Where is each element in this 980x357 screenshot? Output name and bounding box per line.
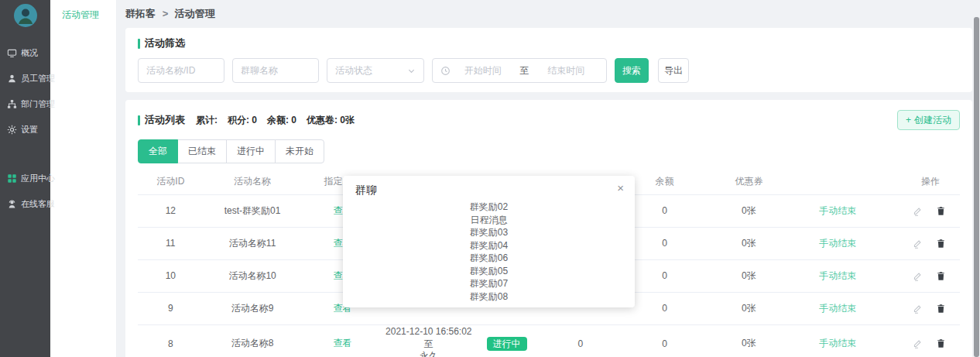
column-header: 活动名称	[204, 174, 302, 194]
table-row: 8活动名称8查看2021-12-10 16:56:02 至永久进行中000张手动…	[138, 324, 960, 357]
delete-icon[interactable]	[936, 206, 946, 216]
sidebar-item-apps[interactable]: 应用中心	[0, 166, 50, 191]
manual-end-link[interactable]: 手动结束	[819, 237, 856, 250]
cell-activity-id: 9	[138, 292, 204, 324]
cell-points-text: 0	[577, 338, 583, 349]
activity-time-line: 2021-12-10 16:56:02 至	[383, 325, 474, 350]
search-button[interactable]: 搜索	[615, 58, 649, 83]
end-time-placeholder: 结束时间	[534, 64, 599, 77]
list-section-title: 活动列表	[138, 113, 185, 127]
activity-filter-card: 活动筛选 活动状态 开始时间 至 结束时间 搜索 导出	[125, 28, 972, 92]
group-chat-modal: 群聊 × 群奖励02日程消息群奖励03群奖励04群奖励06群奖励05群奖励07群…	[343, 176, 635, 307]
cell-coupon-text: 0张	[742, 303, 756, 314]
cell-activity-id-text: 11	[166, 238, 175, 249]
dashboard-icon	[7, 48, 18, 59]
group-chat-item: 群奖励08	[355, 290, 622, 304]
sidebar-item-label: 部门管理	[21, 98, 55, 110]
date-range-picker[interactable]: 开始时间 至 结束时间	[432, 58, 607, 83]
create-activity-button[interactable]: +创建活动	[897, 110, 960, 130]
manual-end-link[interactable]: 手动结束	[819, 337, 856, 350]
cell-view-group-link-text[interactable]: 查看	[333, 338, 351, 348]
cell-activity-id: 11	[138, 227, 204, 259]
breadcrumb-parent[interactable]: 群拓客	[125, 8, 156, 19]
sidebar-item-settings[interactable]: 设置	[0, 117, 50, 142]
delete-icon[interactable]	[936, 239, 946, 249]
cell-activity-name-text: 活动名称10	[228, 270, 276, 281]
cell-operations: 手动结束	[790, 292, 960, 324]
cell-balance-text: 0	[662, 238, 667, 249]
export-button[interactable]: 导出	[658, 58, 689, 83]
group-chat-item: 群奖励07	[355, 277, 622, 290]
cell-balance-text: 0	[662, 338, 667, 349]
sidebar-item-label: 员工管理	[21, 73, 55, 84]
apps-icon	[7, 173, 18, 184]
filter-title-text: 活动筛选	[145, 36, 185, 50]
status-select-placeholder: 活动状态	[335, 64, 372, 77]
activity-time-line: 永久	[383, 350, 474, 357]
delete-icon[interactable]	[936, 271, 946, 281]
group-chat-item: 群奖励04	[355, 239, 622, 252]
tab-ended[interactable]: 已结束	[177, 139, 227, 163]
cell-coupon: 0张	[708, 259, 790, 292]
edit-icon[interactable]	[913, 304, 923, 314]
column-header: 操作	[790, 174, 960, 194]
cell-activity-name-text: 活动名称11	[229, 238, 276, 249]
group-name-input[interactable]	[232, 58, 319, 83]
cell-activity-id-text: 12	[166, 205, 176, 216]
manual-end-link[interactable]: 手动结束	[819, 302, 856, 315]
manual-end-link[interactable]: 手动结束	[819, 204, 856, 218]
sidebar-nav-group: 应用中心在线客服	[0, 166, 50, 217]
avatar-logo-icon[interactable]	[14, 4, 37, 27]
service-icon	[7, 199, 18, 210]
group-chat-item: 群奖励02	[355, 201, 622, 214]
group-chat-item: 日程消息	[355, 214, 622, 227]
close-icon[interactable]: ×	[617, 182, 624, 194]
summary-balance: 余额: 0	[267, 114, 296, 127]
clock-icon	[440, 66, 451, 76]
sidebar-item-dashboard[interactable]: 概况	[0, 40, 50, 66]
cell-operations: 手动结束	[790, 324, 960, 357]
sidebar-item-label: 设置	[21, 124, 38, 136]
totals-summary: 累计: 积分: 0 余额: 0 优惠卷: 0张	[196, 114, 365, 127]
sidebar-item-service[interactable]: 在线客服	[0, 191, 50, 217]
range-separator-label: 至	[516, 64, 534, 77]
cell-balance-text: 0	[662, 205, 667, 216]
cell-activity-id: 12	[138, 194, 204, 227]
tab-in-progress[interactable]: 进行中	[226, 139, 276, 163]
cell-coupon: 0张	[708, 194, 790, 227]
section-marker-bar	[138, 115, 140, 125]
vertical-scrollbar-thumb[interactable]	[974, 17, 979, 357]
cell-activity-id: 8	[138, 324, 204, 357]
sidebar-item-department[interactable]: 部门管理	[0, 91, 50, 117]
cell-coupon: 0张	[708, 292, 790, 324]
employee-icon	[7, 74, 18, 84]
cell-coupon-text: 0张	[742, 205, 756, 216]
edit-icon[interactable]	[913, 271, 923, 281]
sidebar-item-employee[interactable]: 员工管理	[0, 66, 50, 91]
cell-balance: 0	[622, 324, 708, 357]
manual-end-link[interactable]: 手动结束	[819, 269, 856, 283]
cell-activity-id: 10	[138, 259, 204, 292]
breadcrumb: 群拓客 > 活动管理	[116, 0, 980, 21]
cell-status: 进行中	[474, 324, 540, 357]
activity-name-input[interactable]	[138, 58, 224, 83]
cell-activity-name: test-群奖励01	[204, 194, 302, 227]
edit-icon[interactable]	[913, 239, 923, 249]
filter-section-title: 活动筛选	[138, 36, 960, 50]
delete-icon[interactable]	[936, 338, 946, 348]
column-header: 活动ID	[138, 174, 204, 194]
tab-all[interactable]: 全部	[138, 139, 178, 163]
breadcrumb-current: 活动管理	[175, 8, 215, 19]
cell-activity-name-text: 活动名称8	[231, 338, 274, 348]
cell-balance-text: 0	[662, 303, 667, 314]
cell-operations: 手动结束	[790, 259, 960, 292]
sidebar-item-label: 概况	[21, 47, 38, 59]
edit-icon[interactable]	[913, 338, 923, 348]
delete-icon[interactable]	[936, 304, 946, 314]
modal-title: 群聊	[355, 184, 622, 197]
sidebar-item-activity-management[interactable]: 活动管理	[50, 0, 116, 22]
edit-icon[interactable]	[913, 206, 923, 216]
tab-not-started[interactable]: 未开始	[275, 139, 324, 163]
sidebar-item-label: 在线客服	[21, 198, 55, 210]
activity-status-select[interactable]: 活动状态	[327, 58, 424, 83]
